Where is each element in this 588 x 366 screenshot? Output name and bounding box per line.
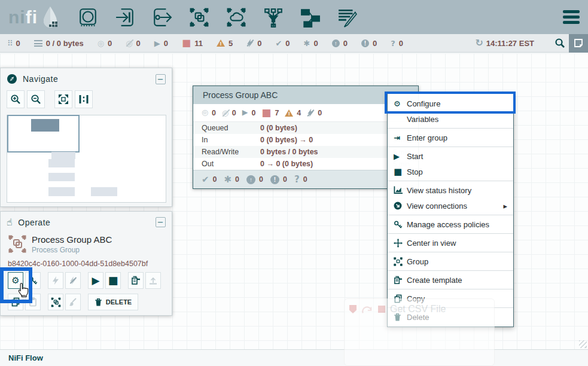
process-group-component[interactable]: Process Group ABC 0 0 0 7 4 0 Queued0 (0… <box>193 86 419 189</box>
menu-label: Group <box>407 257 428 266</box>
pg-queued-row: Queued0 (0 bytes) <box>193 122 418 134</box>
create-template-button[interactable] <box>128 272 144 289</box>
birdseye-minimap[interactable] <box>7 115 166 203</box>
component-toolbar <box>77 7 358 28</box>
menu-separator <box>388 181 513 181</box>
input-port-icon[interactable] <box>114 7 136 28</box>
delete-button[interactable]: DELETE <box>88 294 138 310</box>
menu-item-group[interactable]: Group <box>388 254 513 269</box>
menu-item-configure[interactable]: Configure <box>388 96 513 111</box>
transmitting-indicator: 0 <box>98 39 112 48</box>
upload-template-button[interactable] <box>145 272 161 289</box>
warning-triangle-icon <box>217 39 225 47</box>
start-button[interactable] <box>88 272 103 289</box>
play-icon <box>394 152 407 160</box>
bulletin-panel-button[interactable] <box>569 34 588 53</box>
process-group-name: Process Group ABC <box>203 90 278 100</box>
operate-title: Operate <box>18 218 50 227</box>
menu-label: Create template <box>407 276 462 285</box>
asterisk-icon <box>224 175 232 184</box>
locally-modified-stale-indicator: !0 <box>361 39 377 48</box>
menu-separator <box>388 147 513 147</box>
process-group-icon <box>8 234 27 254</box>
stopped-indicator: 11 <box>182 38 203 48</box>
collapse-operate-button[interactable] <box>156 217 166 227</box>
minimap-component <box>48 187 75 196</box>
pg-stale-count: 0 <box>259 175 263 184</box>
menu-item-stop[interactable]: Stop <box>388 164 513 179</box>
flow-canvas[interactable]: Process Group ABC 0 0 0 7 4 0 Queued0 (0… <box>0 53 588 366</box>
exclamation-circle-icon: ! <box>270 175 279 184</box>
pg-in-row: In0 (0 bytes) → 05 min <box>193 134 418 146</box>
menu-item-center-in-view[interactable]: Center in view <box>388 235 513 251</box>
menu-item-view-connections[interactable]: View connections <box>388 198 513 214</box>
template-icon[interactable] <box>300 7 321 28</box>
zoom-fit-button[interactable] <box>54 90 72 108</box>
label-icon[interactable] <box>337 7 358 28</box>
refresh-status[interactable]: 14:11:27 EST <box>475 38 534 48</box>
search-button[interactable] <box>551 34 569 52</box>
funnel-icon[interactable] <box>263 7 284 28</box>
resize-grip[interactable] <box>579 340 587 348</box>
logo-text-fi: fi <box>26 7 38 28</box>
ghost-processor: Get CSV File <box>344 298 495 366</box>
delete-button-label: DELETE <box>106 298 132 306</box>
processor-icon[interactable] <box>77 7 99 28</box>
collapse-navigate-button[interactable] <box>156 74 166 84</box>
pg-not-transmitting-count: 0 <box>232 109 236 117</box>
sync-failure-indicator: 0 <box>391 39 403 48</box>
access-policies-button[interactable] <box>25 272 41 289</box>
stopped-icon <box>261 108 271 118</box>
not-transmitting-icon <box>126 39 132 48</box>
enter-group-icon <box>394 134 407 142</box>
search-icon <box>555 38 565 48</box>
stopped-icon <box>378 306 385 313</box>
menu-item-start[interactable]: Start <box>388 148 513 164</box>
active-threads-indicator: ⠿0 <box>7 39 20 48</box>
zoom-in-button[interactable] <box>7 90 25 108</box>
locally-modified-count: 0 <box>313 39 318 48</box>
stop-icon <box>394 167 407 176</box>
color-button[interactable] <box>65 294 81 310</box>
remote-process-group-icon[interactable] <box>226 7 247 28</box>
breadcrumb-root-link[interactable]: NiFi Flow <box>8 353 43 362</box>
menu-item-view-status-history[interactable]: View status history <box>388 182 513 198</box>
warning-triangle-icon <box>285 109 293 117</box>
in-label: In <box>202 136 260 144</box>
refresh-icon[interactable] <box>475 38 483 48</box>
in-value: 0 (0 bytes) → 0 <box>260 136 313 144</box>
exclamation-circle-icon: ! <box>361 39 369 47</box>
zoom-out-button[interactable] <box>27 90 45 108</box>
menu-item-variables[interactable]: Variables <box>388 111 513 127</box>
menu-separator <box>388 289 513 289</box>
group-button[interactable] <box>48 294 63 310</box>
check-icon <box>202 175 209 184</box>
document-icon <box>574 38 583 48</box>
operate-header: ☝ Operate <box>1 212 172 231</box>
copy-button[interactable] <box>8 294 23 310</box>
pg-sync-failure-count: 0 <box>303 175 307 184</box>
pg-invalid-count: 4 <box>297 109 301 117</box>
compass-icon <box>7 74 17 84</box>
paste-button[interactable] <box>25 294 41 310</box>
configure-button[interactable] <box>8 272 23 289</box>
enable-button[interactable] <box>48 272 63 289</box>
menu-item-enter-group[interactable]: Enter group <box>388 130 513 145</box>
connections-icon <box>394 202 407 210</box>
stopped-count: 11 <box>194 39 203 48</box>
menu-item-create-template[interactable]: Create template <box>388 272 513 288</box>
stop-button[interactable] <box>105 272 121 289</box>
zoom-actual-size-button[interactable] <box>75 90 93 108</box>
minimap-component <box>51 152 75 159</box>
output-port-icon[interactable] <box>151 7 173 28</box>
menu-label: Enter group <box>407 133 447 142</box>
disable-button[interactable] <box>65 272 81 289</box>
process-group-title-bar: Process Group ABC <box>193 86 418 104</box>
operate-actions-row-2: DELETE <box>8 294 138 310</box>
process-group-icon[interactable] <box>188 7 210 28</box>
global-menu-button[interactable] <box>563 10 580 24</box>
active-threads-count: 0 <box>16 39 20 48</box>
breadcrumb-bar: NiFi Flow <box>0 349 588 366</box>
menu-item-manage-access-policies[interactable]: Manage access policies <box>388 216 513 232</box>
locally-modified-stale-count: 0 <box>373 39 377 48</box>
